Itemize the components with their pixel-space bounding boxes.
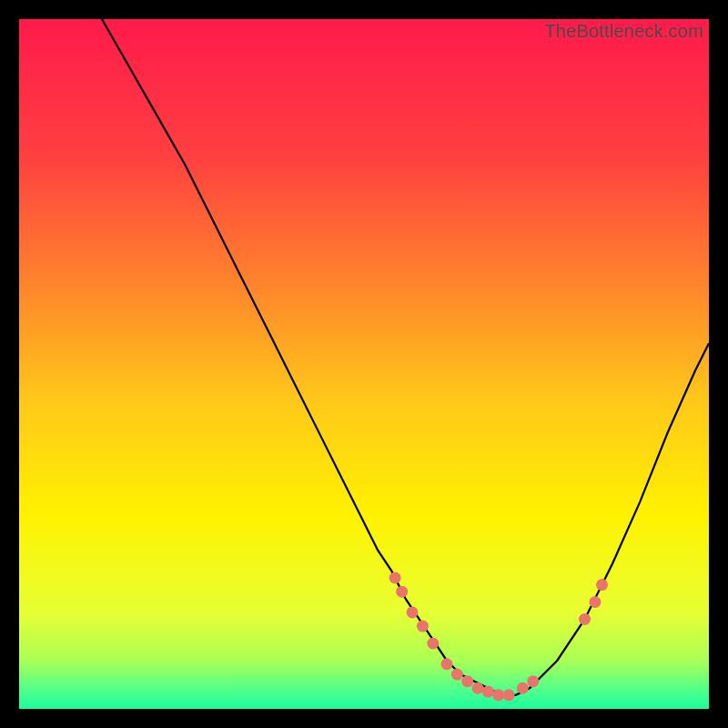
benchmark-point: [427, 637, 439, 649]
benchmark-point: [389, 571, 401, 583]
benchmark-point: [461, 675, 473, 687]
benchmark-point: [579, 613, 591, 625]
benchmark-point: [407, 606, 419, 618]
benchmark-point: [482, 686, 494, 698]
benchmark-point: [417, 621, 429, 632]
benchmark-point: [451, 669, 463, 681]
gradient-background: [19, 19, 709, 709]
benchmark-point: [503, 689, 515, 701]
benchmark-point: [440, 658, 452, 670]
benchmark-point: [589, 596, 601, 608]
bottleneck-chart: [19, 19, 709, 709]
chart-frame: TheBottleneck.com: [19, 19, 709, 709]
watermark-text: TheBottleneck.com: [544, 21, 703, 42]
benchmark-point: [527, 675, 539, 687]
benchmark-point: [472, 682, 484, 694]
benchmark-point: [492, 689, 504, 701]
benchmark-point: [596, 579, 608, 591]
benchmark-point: [396, 586, 408, 598]
benchmark-point: [517, 682, 529, 694]
